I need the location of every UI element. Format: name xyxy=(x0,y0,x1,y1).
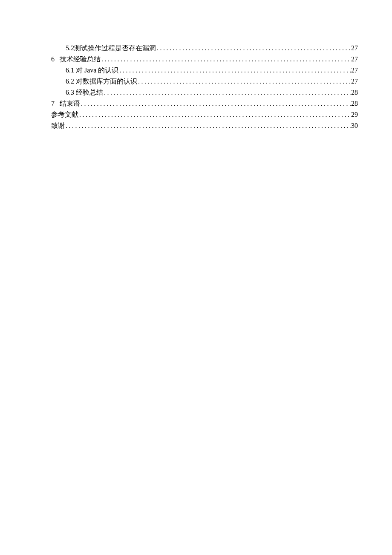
toc-leader-dots xyxy=(156,43,351,54)
toc-leader-dots xyxy=(65,120,351,131)
toc-entry: 致谢 30 xyxy=(51,120,358,131)
toc-leader-dots xyxy=(137,76,351,87)
toc-entry-page: 28 xyxy=(351,98,358,109)
toc-entry-title: 致谢 xyxy=(51,120,65,131)
toc-entry-page: 27 xyxy=(351,76,358,87)
toc-leader-dots xyxy=(103,87,351,98)
toc-entry-number: 6.2 xyxy=(66,76,74,87)
toc-entry: 6 技术经验总结 27 xyxy=(51,54,358,65)
toc-entry-title: 经验总结 xyxy=(76,87,103,98)
toc-entry: 7 结束语 28 xyxy=(51,98,358,109)
toc-leader-dots xyxy=(118,65,351,76)
toc-entry-page: 28 xyxy=(351,87,358,98)
toc-entry-title: 对数据库方面的认识 xyxy=(76,76,137,87)
toc-entry: 5.2 测试操作过程是否存在漏洞 27 xyxy=(51,43,358,54)
toc-entry: 参考文献 29 xyxy=(51,109,358,120)
toc-entry-title: 参考文献 xyxy=(51,109,78,120)
toc-leader-dots xyxy=(80,98,351,109)
toc-entry-page: 27 xyxy=(351,54,358,65)
toc-entry-title: 测试操作过程是否存在漏洞 xyxy=(74,43,156,54)
table-of-contents: 5.2 测试操作过程是否存在漏洞 27 6 技术经验总结 27 6.1 对 Ja… xyxy=(51,43,358,131)
toc-entry: 6.3 经验总结 28 xyxy=(51,87,358,98)
toc-entry-number: 6.3 xyxy=(66,87,74,98)
toc-entry-page: 27 xyxy=(351,65,358,76)
toc-leader-dots xyxy=(78,109,351,120)
toc-entry-title: 对 Java 的认识 xyxy=(76,65,118,76)
toc-entry-number: 6 xyxy=(51,54,60,65)
toc-entry-number: 6.1 xyxy=(66,65,74,76)
toc-entry: 6.2 对数据库方面的认识 27 xyxy=(51,76,358,87)
toc-entry-page: 27 xyxy=(351,43,358,54)
toc-leader-dots xyxy=(101,54,351,65)
toc-entry-number: 7 xyxy=(51,98,60,109)
toc-entry: 6.1 对 Java 的认识 27 xyxy=(51,65,358,76)
toc-entry-page: 29 xyxy=(351,109,358,120)
toc-entry-page: 30 xyxy=(351,120,358,131)
toc-entry-number: 5.2 xyxy=(66,43,74,54)
toc-entry-title: 结束语 xyxy=(60,98,80,109)
toc-entry-title: 技术经验总结 xyxy=(60,54,101,65)
